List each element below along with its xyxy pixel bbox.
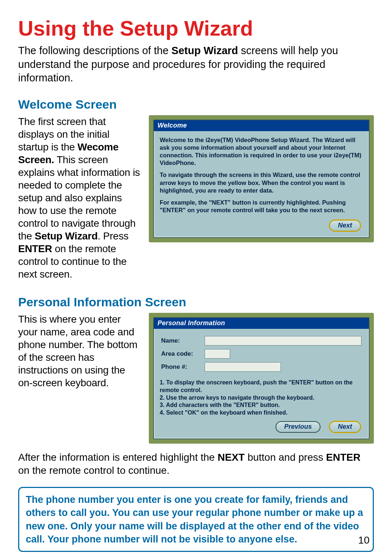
welcome-description: The first screen that displays on the in… <box>18 115 142 280</box>
welcome-para2: To navigate through the screens in this … <box>160 171 363 194</box>
row-phone: Phone #: <box>161 362 362 372</box>
instr2: 2. Use the arrow keys to navigate throug… <box>160 394 363 402</box>
page-title: Using the Setup Wizard <box>18 17 374 40</box>
personal-fields: Name: Area code: Phone #: <box>160 334 363 376</box>
previous-button[interactable]: Previous <box>275 421 320 433</box>
t: After the information is entered highlig… <box>18 452 217 463</box>
welcome-panel: Welcome Welcome to the i2eye(TM) VideoPh… <box>153 120 369 238</box>
next-button[interactable]: Next <box>329 220 361 231</box>
welcome-row: The first screen that displays on the in… <box>18 115 374 280</box>
section-personal-title: Personal Information Screen <box>18 295 374 309</box>
intro-pre: The following descriptions of the <box>18 45 171 56</box>
name-field[interactable] <box>205 336 362 346</box>
personal-titlebar: Personal Information <box>154 318 369 329</box>
intro-bold: Setup Wizard <box>171 45 238 56</box>
welcome-button-row: Next <box>160 218 363 234</box>
personal-description: This is where you enter your name, area … <box>18 313 142 389</box>
intro-paragraph: The following descriptions of the Setup … <box>18 44 374 85</box>
welcome-body: Welcome to the i2eye(TM) VideoPhone Setu… <box>154 131 369 237</box>
t: ENTER <box>326 452 360 463</box>
callout-box: The phone number you enter is one you cr… <box>18 487 374 552</box>
t: ENTER <box>18 243 52 254</box>
personal-button-row: Previous Next <box>160 420 363 435</box>
welcome-para3: For example, the "NEXT" button is curren… <box>160 199 363 214</box>
t: on the remote control to continue. <box>18 465 170 476</box>
personal-row: This is where you enter your name, area … <box>18 313 374 444</box>
t: NEXT <box>217 452 245 463</box>
welcome-screenshot: Welcome Welcome to the i2eye(TM) VideoPh… <box>149 115 374 242</box>
row-area: Area code: <box>161 349 362 359</box>
after-paragraph: After the information is entered highlig… <box>18 451 374 477</box>
section-welcome-title: Welcome Screen <box>18 97 374 112</box>
label-area: Area code: <box>161 350 201 358</box>
phone-field[interactable] <box>205 362 281 372</box>
personal-body: Name: Area code: Phone #: 1. To display … <box>154 329 369 439</box>
instr1: 1. To display the onscreen keyboard, pus… <box>160 379 363 394</box>
row-name: Name: <box>161 336 362 346</box>
welcome-para1: Welcome to the i2eye(TM) VideoPhone Setu… <box>160 136 363 167</box>
label-name: Name: <box>161 337 201 344</box>
next-button[interactable]: Next <box>329 421 361 433</box>
personal-screenshot: Personal Information Name: Area code: Ph… <box>149 313 374 444</box>
t: button and press <box>245 452 326 463</box>
personal-instructions: 1. To display the onscreen keyboard, pus… <box>160 379 363 417</box>
page-number: 10 <box>358 534 369 546</box>
personal-panel: Personal Information Name: Area code: Ph… <box>153 317 369 439</box>
t: This screen explains what information is… <box>18 154 140 242</box>
t: . Press <box>98 230 128 242</box>
instr4: 4. Select "OK" on the keyboard when fini… <box>160 409 363 417</box>
area-code-field[interactable] <box>205 349 230 359</box>
label-phone: Phone #: <box>161 363 201 371</box>
instr3: 3. Add characters with the "ENTER" butto… <box>160 401 363 409</box>
t: Setup Wizard <box>35 230 98 242</box>
welcome-titlebar: Welcome <box>154 120 369 131</box>
